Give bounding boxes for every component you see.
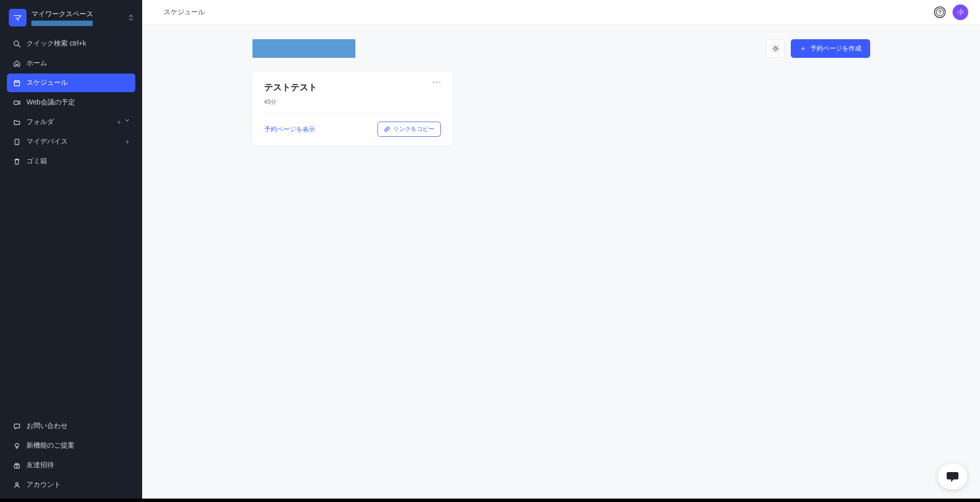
sidebar-item-folder[interactable]: フォルダ + — [7, 113, 135, 131]
create-booking-page-button[interactable]: ＋ 予約ページを作成 — [791, 39, 870, 58]
sidebar-item-label: Web会議の予定 — [26, 98, 129, 107]
sidebar-item-my-device[interactable]: マイデバイス + — [7, 132, 135, 151]
trash-icon — [13, 157, 21, 165]
device-icon — [13, 138, 21, 146]
sidebar-item-label: クイック検索 ctrl+k — [26, 39, 129, 48]
copy-link-label: リンクをコピー — [393, 125, 434, 133]
calendar-icon — [13, 79, 21, 87]
search-icon — [13, 40, 21, 48]
video-icon — [13, 99, 21, 106]
sidebar-item-label: ゴミ箱 — [26, 157, 129, 166]
sidebar-item-label: お問い合わせ — [26, 422, 129, 430]
lightbulb-icon — [13, 442, 21, 450]
workspace-avatar: マ — [9, 9, 26, 26]
sidebar-item-feedback[interactable]: 新機能のご提案 — [7, 436, 135, 455]
booking-card[interactable]: テストテスト 45分 予約ページを表示 リンクをコピー — [252, 72, 452, 146]
sidebar: マ マイワークスペース クイック検索 ctrl+k ホーム — [0, 0, 142, 502]
card-title: テストテスト — [264, 81, 433, 93]
more-horizontal-icon — [433, 81, 441, 83]
workspace-redacted-subtitle — [31, 21, 93, 26]
svg-point-19 — [439, 82, 440, 83]
toolbar: ＋ 予約ページを作成 — [252, 39, 870, 58]
sidebar-item-web-meeting[interactable]: Web会議の予定 — [7, 93, 135, 112]
chat-icon — [13, 422, 21, 430]
svg-rect-9 — [14, 424, 20, 428]
card-duration: 45分 — [264, 98, 441, 114]
chevron-down-icon[interactable] — [125, 118, 129, 126]
home-icon — [13, 59, 21, 67]
sidebar-item-trash[interactable]: ゴミ箱 — [7, 152, 135, 171]
plus-icon: ＋ — [800, 44, 806, 53]
svg-point-8 — [16, 143, 17, 144]
svg-rect-6 — [14, 101, 18, 104]
svg-point-10 — [15, 443, 19, 447]
card-more-menu[interactable] — [433, 81, 441, 83]
svg-point-17 — [433, 82, 434, 83]
bottom-redaction-bar — [0, 499, 980, 502]
page-title-redacted — [252, 39, 355, 58]
sidebar-item-label: フォルダ — [26, 118, 111, 126]
link-icon — [384, 126, 390, 132]
gear-icon — [772, 45, 779, 52]
svg-rect-2 — [14, 81, 20, 86]
sidebar-item-account[interactable]: アカウント — [7, 476, 135, 494]
sidebar-item-contact[interactable]: お問い合わせ — [7, 417, 135, 435]
topbar: スケジュール 小 — [142, 0, 980, 25]
device-add-icon[interactable]: + — [126, 138, 129, 146]
workspace-caret-icon[interactable] — [128, 14, 133, 21]
help-button[interactable] — [934, 6, 946, 18]
sidebar-item-label: アカウント — [26, 480, 129, 489]
show-booking-page-link[interactable]: 予約ページを表示 — [264, 125, 315, 134]
main-content: スケジュール 小 ＋ 予約ページを作成 — [142, 0, 980, 502]
sidebar-item-home[interactable]: ホーム — [7, 54, 135, 73]
folder-add-icon[interactable]: + — [117, 118, 121, 126]
workspace-name: マイワークスペース — [31, 10, 124, 19]
create-button-label: 予約ページを作成 — [810, 44, 861, 53]
chat-bubble-icon — [946, 471, 959, 482]
settings-button[interactable] — [766, 39, 785, 58]
chat-support-fab[interactable] — [938, 464, 967, 489]
svg-point-15 — [939, 13, 940, 14]
sidebar-item-label: 友達招待 — [26, 461, 129, 470]
folder-icon — [13, 118, 21, 126]
svg-point-13 — [16, 482, 18, 485]
breadcrumb: スケジュール — [164, 8, 205, 17]
sidebar-item-label: 新機能のご提案 — [26, 441, 129, 450]
svg-line-1 — [18, 45, 20, 47]
sidebar-item-invite[interactable]: 友達招待 — [7, 456, 135, 475]
sidebar-item-label: スケジュール — [26, 78, 129, 87]
svg-point-18 — [436, 82, 437, 83]
sidebar-item-quick-search[interactable]: クイック検索 ctrl+k — [7, 34, 135, 53]
user-icon — [13, 481, 21, 489]
workspace-switcher[interactable]: マ マイワークスペース — [7, 5, 135, 33]
sidebar-item-label: ホーム — [26, 59, 129, 68]
user-avatar[interactable]: 小 — [953, 4, 968, 20]
copy-link-button[interactable]: リンクをコピー — [377, 122, 441, 137]
sidebar-item-schedule[interactable]: スケジュール — [7, 74, 135, 92]
gift-icon — [13, 461, 21, 469]
sidebar-item-label: マイデバイス — [26, 137, 120, 146]
svg-point-16 — [774, 48, 777, 50]
